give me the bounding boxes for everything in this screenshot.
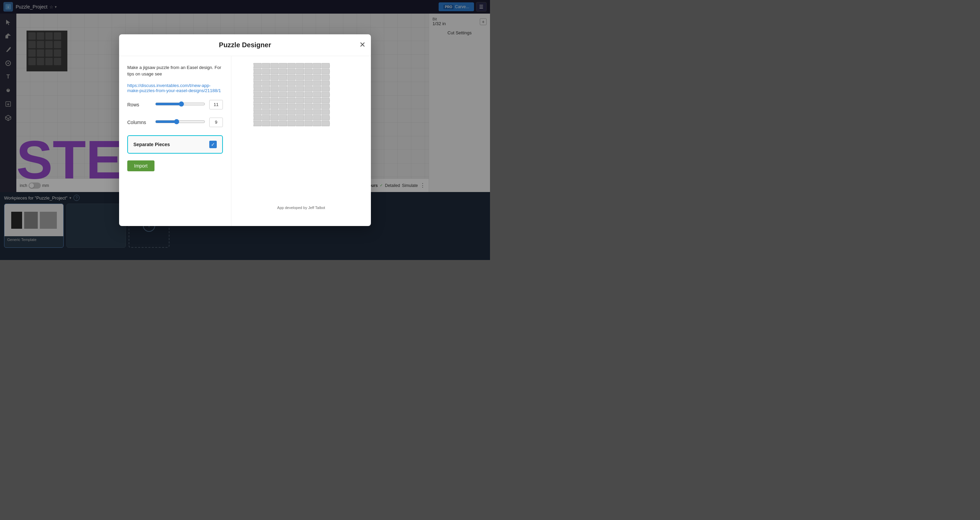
rows-value-input[interactable] [209, 100, 223, 109]
modal-close-button[interactable]: ✕ [360, 40, 366, 49]
puzzle-designer-modal: Puzzle Designer ✕ Make a jigsaw puzzle f… [119, 34, 371, 226]
rows-control: Rows [127, 100, 223, 109]
columns-slider-container [155, 119, 205, 126]
import-button[interactable]: Import [127, 160, 154, 171]
puzzle-svg: .piece { fill: #d0d0d0; stroke: #888; st… [237, 62, 366, 191]
modal-right-panel: .piece { fill: #d0d0d0; stroke: #888; st… [231, 56, 371, 226]
rows-slider[interactable] [155, 101, 205, 107]
modal-left-panel: Make a jigsaw puzzle from an Easel desig… [119, 56, 231, 226]
modal-body: Make a jigsaw puzzle from an Easel desig… [119, 56, 371, 226]
columns-label: Columns [127, 120, 151, 125]
rows-label: Rows [127, 102, 151, 108]
columns-control: Columns [127, 117, 223, 127]
modal-link[interactable]: https://discuss.inventables.com/t/new-ap… [127, 83, 223, 93]
modal-header: Puzzle Designer ✕ [119, 34, 371, 56]
separate-pieces-box: Separate Pieces ✓ [127, 135, 223, 154]
separate-pieces-checkbox[interactable]: ✓ [209, 141, 217, 148]
modal-description: Make a jigsaw puzzle from an Easel desig… [127, 64, 223, 78]
modal-overlay[interactable]: Puzzle Designer ✕ Make a jigsaw puzzle f… [0, 0, 490, 260]
separate-pieces-label: Separate Pieces [134, 142, 170, 147]
columns-value-input[interactable] [209, 117, 223, 127]
rows-slider-container [155, 101, 205, 108]
puzzle-credit: App developed by Jeff Talbot [277, 206, 325, 210]
columns-slider[interactable] [155, 119, 205, 124]
modal-title: Puzzle Designer [219, 41, 271, 49]
puzzle-preview: .piece { fill: #d0d0d0; stroke: #888; st… [237, 62, 366, 204]
